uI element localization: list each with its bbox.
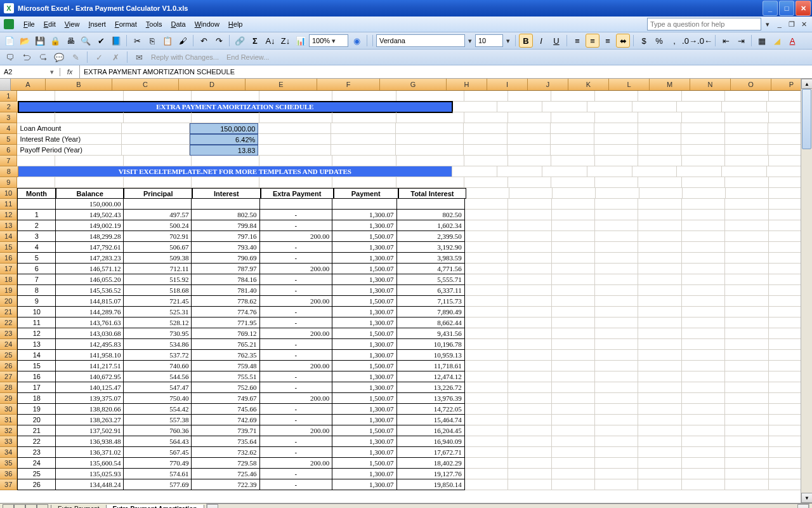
cell[interactable] [638,436,681,447]
table-cell[interactable]: 23 [17,447,56,458]
cell[interactable] [122,145,190,156]
table-cell[interactable]: 21 [17,425,56,436]
cell[interactable] [682,210,725,220]
table-cell[interactable]: 781.40 [192,285,259,296]
cell-E9[interactable] [259,177,332,188]
table-cell[interactable]: 1,500.07 [332,393,396,404]
table-cell[interactable]: 2 [17,220,56,231]
table-cell[interactable]: 1,300.07 [332,371,396,382]
table-cell[interactable]: 10,196.78 [397,339,465,350]
table-cell[interactable]: 143,761.63 [56,318,124,328]
menu-edit[interactable]: Edit [39,19,60,29]
fx-button[interactable]: fx [60,65,80,78]
merge-center-button[interactable]: ⬌ [616,34,630,48]
cell[interactable] [725,436,768,447]
col-header-M[interactable]: M [650,79,690,90]
cell[interactable] [725,404,768,415]
table-cell[interactable]: 7,890.49 [397,307,465,318]
cell[interactable] [725,479,768,490]
cell[interactable] [552,447,595,458]
col-header-O[interactable]: O [731,79,771,90]
cell[interactable] [331,123,396,134]
cell-D3[interactable] [192,112,259,123]
table-cell[interactable]: 17 [17,382,56,393]
table-cell[interactable]: 770.49 [124,458,192,469]
cell-J2[interactable] [542,102,587,112]
row-header[interactable]: 2 [0,102,18,112]
cell[interactable] [466,188,509,199]
table-cell[interactable] [332,199,396,210]
col-header-K[interactable]: K [568,79,609,90]
cell[interactable] [682,199,725,210]
table-cell[interactable]: 146,055.20 [56,274,124,285]
cell[interactable] [465,415,508,425]
cell[interactable] [465,382,508,393]
cell[interactable] [552,285,595,296]
cell[interactable] [331,145,396,156]
cell[interactable] [681,123,725,134]
fill-color-button[interactable]: ◢ [770,34,784,48]
cell-B9[interactable] [55,177,123,188]
col-header-F[interactable]: F [317,79,380,90]
cell[interactable] [638,307,681,318]
help-search-input[interactable] [647,18,761,30]
table-cell[interactable]: 7,115.73 [397,296,465,307]
cell[interactable] [552,361,595,371]
cell[interactable] [595,436,638,447]
row-header[interactable]: 32 [0,425,17,436]
table-cell[interactable]: 5,555.71 [397,274,465,285]
table-cell[interactable]: 1,300.07 [332,415,396,425]
menu-window[interactable]: Window [190,19,224,29]
cell-F1[interactable] [332,91,397,102]
worksheet-grid[interactable]: ABCDEFGHIJKLMNOP 12EXTRA PAYMENT AMORTIZ… [0,79,812,503]
next-comment-button[interactable]: ⮎ [36,50,49,64]
cell-M2[interactable] [677,102,722,112]
cell[interactable] [508,371,551,382]
cell[interactable] [638,447,681,458]
input-value[interactable]: 6.42% [190,134,258,145]
menu-file[interactable]: File [19,19,39,29]
table-cell[interactable]: 500.24 [124,220,192,231]
cell[interactable] [725,285,768,296]
table-cell[interactable]: 732.62 [192,447,259,458]
cell[interactable] [465,264,508,274]
cell-H3[interactable] [464,112,508,123]
cell[interactable] [725,296,768,307]
cell-F7[interactable] [332,156,397,166]
cell[interactable] [638,425,681,436]
table-header[interactable]: Principal [124,188,192,199]
research-button[interactable]: 📘 [109,34,123,48]
cell-K7[interactable] [595,156,638,166]
table-cell[interactable]: 567.45 [124,447,192,458]
input-label[interactable]: Loan Amount [17,123,121,134]
cell[interactable] [258,145,331,156]
table-cell[interactable]: 745.66 [192,404,259,415]
cell[interactable] [683,188,726,199]
cell[interactable] [725,253,768,264]
table-cell[interactable]: 1,300.07 [332,318,396,328]
prev-comment-button[interactable]: ⮌ [19,50,33,64]
cell[interactable] [465,393,508,404]
decrease-indent-button[interactable]: ⇤ [719,34,733,48]
table-cell[interactable]: 760.36 [124,425,192,436]
cell[interactable] [725,210,768,220]
table-cell[interactable]: 18 [17,393,56,404]
cell[interactable] [682,231,725,242]
sheet-tab[interactable]: Extra Payment Amortization [106,505,204,508]
table-cell[interactable]: 721.45 [124,296,192,307]
cell[interactable] [595,469,638,479]
table-cell[interactable]: 793.40 [192,242,259,253]
cell[interactable] [638,371,681,382]
cell[interactable] [682,242,725,253]
cell-I7[interactable] [508,156,551,166]
cell-K3[interactable] [595,112,638,123]
cell[interactable] [464,123,508,134]
cell[interactable] [465,307,508,318]
cell-J1[interactable] [551,91,594,102]
row-header[interactable]: 11 [0,199,17,210]
cell[interactable] [508,264,551,274]
row-header[interactable]: 4 [0,123,17,134]
table-cell[interactable]: 24 [17,458,56,469]
table-cell[interactable]: 147,792.61 [56,242,124,253]
cell[interactable] [725,415,768,425]
